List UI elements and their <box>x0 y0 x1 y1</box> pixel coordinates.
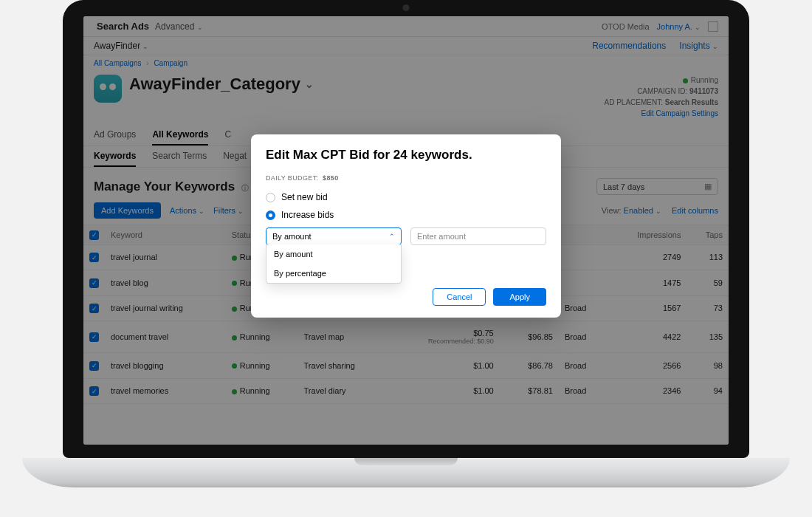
edit-bid-modal: Edit Max CPT Bid for 24 keywords. DAILY … <box>251 134 561 318</box>
radio-off-icon <box>266 193 275 202</box>
modal-title: Edit Max CPT Bid for 24 keywords. <box>266 148 546 162</box>
increase-type-select[interactable]: By amount ⌃ By amount By percentage <box>266 227 402 245</box>
chevron-up-icon: ⌃ <box>389 233 395 240</box>
modal-overlay: Edit Max CPT Bid for 24 keywords. DAILY … <box>83 16 729 445</box>
amount-input[interactable]: Enter amount <box>410 227 546 245</box>
daily-budget-line: DAILY BUDGET: $850 <box>266 174 546 182</box>
option-increase-bids[interactable]: Increase bids <box>266 210 546 220</box>
input-placeholder: Enter amount <box>417 232 466 241</box>
laptop-base <box>22 458 790 487</box>
cancel-button[interactable]: Cancel <box>433 288 486 306</box>
apply-button[interactable]: Apply <box>493 288 546 306</box>
option-set-new-bid[interactable]: Set new bid <box>266 192 546 202</box>
option-by-amount[interactable]: By amount <box>266 244 401 264</box>
camera-notch <box>403 4 410 11</box>
option-by-percentage[interactable]: By percentage <box>266 264 401 283</box>
select-dropdown: By amount By percentage <box>266 244 402 284</box>
radio-on-icon <box>266 210 275 220</box>
